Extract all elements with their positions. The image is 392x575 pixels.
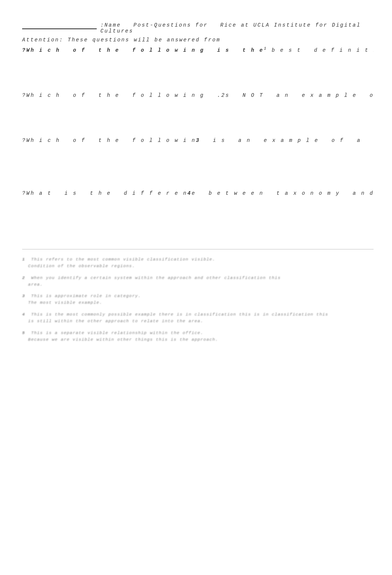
name-label: :Name	[100, 22, 121, 28]
answer-line-2a: 2 When you identify a certain system wit…	[22, 275, 374, 281]
answer-section: 1 This refers to the most common visible…	[22, 256, 374, 343]
answer-block-5: 5 This is a separate visible relationshi…	[22, 330, 374, 343]
spacer-3	[22, 149, 374, 182]
post-questions-label: Post-Questions for	[134, 22, 208, 28]
answer-block-1: 1 This refers to the most common visible…	[22, 256, 374, 269]
header-line: :Name Post-Questions for Rice at UCLA In…	[22, 22, 374, 34]
answer-text-3a: This is approximate role in category.	[28, 293, 141, 298]
answer-text-5b: Because we are visible within other thin…	[22, 337, 218, 342]
spacer-4b	[22, 234, 374, 242]
answer-line-2b: area.	[22, 281, 374, 288]
spacer-4	[22, 201, 374, 234]
question-block-4: ?Wh a t i s t h e d i f f e r e n4e b e …	[22, 189, 374, 197]
answer-text-2b: area.	[22, 282, 43, 287]
q1-suffix: 1 b e s t d e f i n i t i o n o t	[264, 47, 374, 53]
question-block-3: ?Wh i c h o f t h e f o l l o w i n3 i s…	[22, 136, 374, 144]
answer-text-1b: Condition of the observable regions.	[22, 263, 135, 268]
attention-line: Attention: These questions will be answe…	[22, 37, 374, 43]
question-text-2: ?Wh i c h o f t h e f o l l o w i n g .2…	[22, 91, 374, 99]
spacer-1	[22, 58, 374, 91]
header-text: :Name Post-Questions for Rice at UCLA In…	[100, 22, 374, 34]
answer-number-1: 1	[22, 257, 25, 262]
answer-text-4a: This is the most commonly possible examp…	[28, 312, 328, 317]
answer-block-2: 2 When you identify a certain system wit…	[22, 275, 374, 288]
answer-number-3: 3	[22, 293, 25, 298]
question-number-1: ?Wh i c h o f t h e f o l l o w i n g i …	[22, 47, 264, 53]
answer-line-5a: 5 This is a separate visible relationshi…	[22, 330, 374, 336]
answer-number-5: 5	[22, 330, 25, 335]
answer-line-4a: 4 This is the most commonly possible exa…	[22, 311, 374, 318]
answer-text-2a: When you identify a certain system withi…	[28, 275, 281, 280]
answer-line-5b: Because we are visible within other thin…	[22, 336, 374, 343]
answer-text-1a: This refers to the most common visible c…	[28, 257, 215, 262]
answer-number-2: 2	[22, 275, 25, 280]
spacer-3b	[22, 182, 374, 189]
answer-line-3b: The most visible example.	[22, 299, 374, 306]
divider	[22, 249, 374, 249]
answer-block-4: 4 This is the most commonly possible exa…	[22, 311, 374, 324]
answer-line-4b: is still within the other approach to re…	[22, 318, 374, 324]
question-block-2: ?Wh i c h o f t h e f o l l o w i n g .2…	[22, 91, 374, 99]
answer-text-5a: This is a separate visible relationship …	[28, 330, 203, 335]
page: :Name Post-Questions for Rice at UCLA In…	[0, 0, 392, 575]
answer-block-3: 3 This is approximate role in category. …	[22, 293, 374, 306]
answer-text-3b: The most visible example.	[22, 300, 102, 305]
question-text-3: ?Wh i c h o f t h e f o l l o w i n3 i s…	[22, 136, 374, 144]
answer-line-1b: Condition of the observable regions.	[22, 263, 374, 269]
answer-line-1a: 1 This refers to the most common visible…	[22, 256, 374, 263]
answer-text-4b: is still within the other approach to re…	[22, 319, 203, 323]
question-text-1: ?Wh i c h o f t h e f o l l o w i n g i …	[22, 45, 374, 54]
spacer-2	[22, 103, 374, 136]
question-text-4: ?Wh a t i s t h e d i f f e r e n4e b e …	[22, 189, 374, 197]
question-block-1: ?Wh i c h o f t h e f o l l o w i n g i …	[22, 45, 374, 54]
name-blank	[22, 22, 97, 29]
answer-number-4: 4	[22, 312, 25, 317]
answer-line-3a: 3 This is approximate role in category.	[22, 293, 374, 299]
